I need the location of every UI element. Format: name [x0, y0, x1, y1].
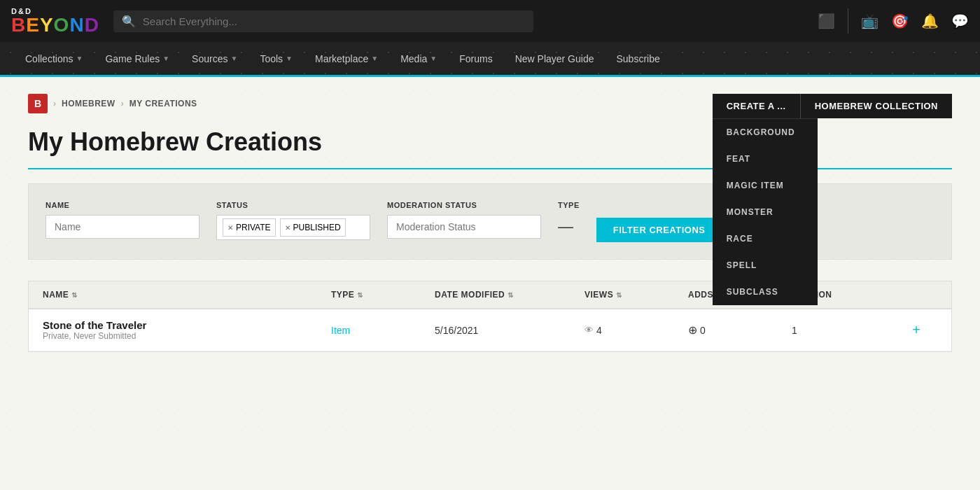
dropdown-background[interactable]: BACKGROUND	[713, 119, 818, 146]
col-header-name[interactable]: NAME ⇅	[43, 290, 320, 300]
twitch-icon[interactable]: 📺	[861, 13, 878, 29]
item-adds: ⊕ 0	[688, 323, 780, 337]
filter-name-label: NAME	[46, 201, 200, 209]
col-header-date[interactable]: DATE MODIFIED ⇅	[435, 290, 573, 300]
nav-forums[interactable]: Forums	[448, 41, 503, 76]
item-version: 1	[792, 325, 884, 336]
filter-tag-published-label: PUBLISHED	[293, 223, 341, 232]
item-date: 5/16/2021	[435, 325, 573, 336]
remove-private-icon[interactable]: ✕	[227, 224, 233, 232]
nav-marketplace[interactable]: Marketplace ▼	[304, 41, 389, 76]
filter-type-label: TYPE	[558, 201, 580, 209]
divider	[848, 8, 848, 34]
item-views: 👁 4	[584, 325, 677, 336]
nav-media[interactable]: Media ▼	[389, 41, 448, 76]
nav-collections[interactable]: Collections ▼	[14, 41, 94, 76]
breadcrumb-logo[interactable]: B	[28, 94, 48, 113]
sort-views-icon: ⇅	[616, 291, 622, 299]
chevron-down-icon: ▼	[371, 55, 378, 62]
filter-tag-private[interactable]: ✕ PRIVATE	[223, 218, 276, 237]
dnd-beyond-icon[interactable]: 🎯	[891, 13, 909, 29]
item-type[interactable]: Item	[331, 325, 424, 336]
filter-type-group: TYPE —	[558, 201, 580, 236]
chevron-down-icon: ▼	[430, 55, 437, 62]
chevron-down-icon: ▼	[230, 55, 237, 62]
filter-moderation-group: MODERATION STATUS	[387, 201, 541, 239]
chevron-down-icon: ▼	[286, 55, 293, 62]
item-add-button[interactable]: +	[895, 322, 937, 338]
dropdown-monster[interactable]: MONSTER	[713, 199, 818, 225]
create-dropdown: BACKGROUND FEAT MAGIC ITEM MONSTER RACE …	[713, 118, 818, 305]
col-header-views[interactable]: VIEWS ⇅	[584, 290, 677, 300]
filter-moderation-input[interactable]	[387, 215, 541, 239]
item-subtitle: Private, Never Submitted	[43, 331, 320, 341]
table-row: Stone of the Traveler Private, Never Sub…	[29, 309, 951, 351]
top-bar: D&D BEYOND 🔍 ⬛ 📺 🎯 🔔 💬	[0, 0, 980, 42]
filter-name-group: NAME	[46, 201, 200, 239]
row-name-cell: Stone of the Traveler Private, Never Sub…	[43, 319, 320, 341]
sort-name-icon: ⇅	[71, 291, 78, 299]
top-icons: ⬛ 📺 🎯 🔔 💬	[818, 8, 969, 34]
filter-name-input[interactable]	[46, 215, 200, 239]
filter-tag-private-label: PRIVATE	[236, 223, 271, 232]
filter-status-label: STATUS	[216, 201, 370, 209]
nav-tools[interactable]: Tools ▼	[248, 41, 304, 76]
filter-status-group: STATUS ✕ PRIVATE ✕ PUBLISHED	[216, 201, 370, 240]
main-content: B › Homebrew › My Creations My Homebrew …	[0, 77, 980, 369]
bell-icon[interactable]: 🔔	[921, 13, 939, 29]
search-input[interactable]	[143, 15, 525, 27]
remove-published-icon[interactable]: ✕	[285, 224, 290, 232]
dropdown-feat[interactable]: FEAT	[713, 146, 818, 172]
create-button[interactable]: CREATE A ...	[713, 94, 800, 118]
sort-type-icon: ⇅	[357, 291, 363, 299]
dropdown-race[interactable]: RACE	[713, 225, 818, 252]
filter-moderation-label: MODERATION STATUS	[387, 201, 541, 209]
breadcrumb-homebrew[interactable]: Homebrew	[62, 99, 115, 108]
dropdown-spell[interactable]: SPELL	[713, 252, 818, 279]
filter-type-value: —	[558, 215, 580, 236]
filter-creations-button[interactable]: FILTER CREATIONS	[596, 218, 722, 242]
nav-new-player-guide[interactable]: New Player Guide	[504, 41, 606, 76]
chevron-down-icon: ▼	[76, 55, 83, 62]
nav-sources[interactable]: Sources ▼	[181, 41, 248, 76]
create-button-area: CREATE A ... BACKGROUND FEAT MAGIC ITEM …	[713, 94, 952, 118]
col-header-type[interactable]: TYPE ⇅	[331, 290, 424, 300]
dropdown-magic-item[interactable]: MAGIC ITEM	[713, 172, 818, 199]
chevron-down-icon: ▼	[162, 55, 169, 62]
chat-icon[interactable]: ⬛	[818, 13, 835, 29]
search-bar: 🔍	[113, 10, 533, 32]
dropdown-subclass[interactable]: SUBCLASS	[713, 279, 818, 305]
filter-status-tags: ✕ PRIVATE ✕ PUBLISHED	[216, 215, 370, 240]
message-icon[interactable]: 💬	[951, 13, 969, 29]
breadcrumb-sep: ›	[121, 99, 124, 108]
breadcrumb-my-creations[interactable]: My Creations	[130, 99, 197, 108]
nav-menu: Collections ▼ Game Rules ▼ Sources ▼ Too…	[0, 42, 980, 77]
item-name: Stone of the Traveler	[43, 319, 320, 331]
page-wrapper: B › Homebrew › My Creations My Homebrew …	[28, 94, 952, 352]
sort-date-icon: ⇅	[507, 291, 514, 299]
homebrew-collection-button[interactable]: HOMEBREW COLLECTION	[800, 94, 952, 118]
logo[interactable]: D&D BEYOND	[11, 7, 99, 35]
breadcrumb-sep: ›	[53, 99, 56, 108]
search-icon: 🔍	[122, 15, 136, 28]
adds-plus-icon: ⊕	[688, 323, 697, 337]
nav-game-rules[interactable]: Game Rules ▼	[94, 41, 181, 76]
filter-tag-published[interactable]: ✕ PUBLISHED	[280, 218, 346, 237]
create-button-container: CREATE A ... BACKGROUND FEAT MAGIC ITEM …	[713, 94, 800, 118]
views-eye-icon: 👁	[584, 325, 594, 335]
nav-subscribe[interactable]: Subscribe	[605, 41, 671, 76]
logo-beyond: BEYOND	[11, 15, 99, 35]
